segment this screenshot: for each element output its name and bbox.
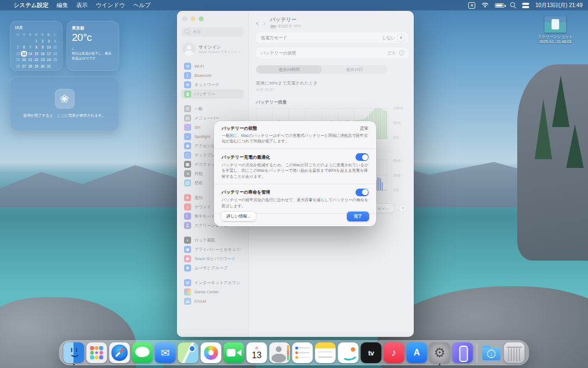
calendar-day[interactable]: 21 (27, 57, 33, 63)
dialog-footer: 詳しい情報... 完了 (214, 207, 376, 226)
control-center-icon[interactable] (522, 2, 529, 8)
desktop-screenshot-file[interactable]: スクリーンショット 2025-10...21.48.03 (530, 16, 580, 44)
calendar-day[interactable]: 3 (46, 38, 52, 45)
calendar-day[interactable]: 18 (52, 51, 58, 57)
photos-icon (201, 342, 222, 363)
calendar-day[interactable]: 24 (46, 57, 52, 63)
calendar-day[interactable]: 31 (46, 63, 52, 70)
wallpaper-pine-tree (566, 124, 584, 168)
dock-item-photos[interactable] (201, 342, 222, 363)
calendar-day[interactable]: 12 (15, 51, 21, 57)
section-description: 一般的に、Macのバッテリーはすべての充電式バッテリーと同様に消耗品で経年劣化が… (222, 133, 369, 145)
dock-item-trash[interactable] (504, 342, 525, 363)
calendar-day[interactable]: 29 (33, 63, 39, 70)
weather-temperature: 20°c (72, 32, 114, 44)
calendar-day[interactable]: 30 (40, 63, 46, 70)
finder-icon (64, 342, 84, 363)
calendar-widget[interactable]: 10月 日月火水木金土 1234567891011121314151617181… (10, 21, 63, 71)
menu-help[interactable]: ヘルプ (133, 2, 151, 9)
dock-item-settings[interactable] (430, 342, 450, 363)
dock-item-freeform[interactable] (338, 342, 359, 363)
calendar-weekday: 火 (27, 32, 33, 38)
dock-item-reminders[interactable] (292, 342, 313, 363)
more-info-button[interactable]: 詳しい情報... (221, 212, 256, 221)
dock-item-music[interactable] (384, 342, 405, 363)
calendar-weekday: 土 (52, 32, 58, 38)
menu-edit[interactable]: 編集 (57, 2, 68, 9)
battery-status-icon[interactable] (495, 3, 504, 8)
dock-item-contacts[interactable] (270, 342, 290, 363)
calendar-weekday: 月 (21, 32, 27, 38)
input-source-icon[interactable]: A (468, 2, 475, 9)
calendar-day[interactable]: 2 (40, 38, 46, 45)
dock-item-facetime[interactable] (224, 342, 244, 363)
wifi-icon[interactable] (481, 2, 489, 9)
tv-icon (361, 342, 382, 363)
calendar-day[interactable]: 1 (33, 38, 39, 45)
calendar-day[interactable]: 4 (52, 38, 58, 45)
dock-item-calendar[interactable]: 月13 (247, 342, 267, 363)
menu-app-name[interactable]: システム設定 (14, 2, 48, 9)
menubar-clock[interactable]: 10月13日(月) 21:49 (535, 2, 583, 9)
photos-widget[interactable]: ❀ 処理が完了すると、ここに写真が表示されます。 (10, 76, 119, 131)
calendar-day[interactable]: 23 (40, 57, 46, 63)
calendar-day[interactable]: 14 (27, 51, 33, 57)
dock-item-launchpad[interactable] (87, 342, 107, 363)
calendar-day[interactable]: 28 (27, 63, 33, 70)
calendar-day[interactable]: 16 (40, 51, 46, 57)
calendar-day[interactable]: 22 (33, 57, 39, 63)
appstore-icon (407, 342, 427, 363)
calendar-day[interactable]: 13 (21, 51, 27, 57)
calendar-weekday: 日 (15, 32, 21, 38)
menu-window[interactable]: ウインドウ (96, 2, 125, 9)
done-button[interactable]: 完了 (347, 212, 369, 221)
dock-item-downloads[interactable] (481, 342, 502, 363)
calendar-day[interactable]: 7 (27, 44, 33, 51)
calendar-empty-cell (21, 38, 27, 45)
calendar-empty-cell (27, 38, 33, 45)
section-title: バッテリー充電の最適化 (222, 154, 270, 160)
facetime-icon (224, 342, 244, 363)
dock-item-notes[interactable] (315, 342, 336, 363)
calendar-day[interactable]: 8 (33, 44, 39, 51)
weather-city: 東京都 (72, 26, 114, 31)
dock-item-tv[interactable] (361, 342, 382, 363)
calendar-day[interactable]: 17 (46, 51, 52, 57)
dock-item-mail[interactable] (155, 342, 176, 363)
condition-value: 正常 (360, 125, 369, 131)
calendar-day[interactable]: 20 (21, 57, 27, 63)
manage-lifespan-toggle[interactable] (356, 189, 369, 196)
notes-icon (315, 342, 336, 363)
dock-item-iphone-mirroring[interactable] (452, 342, 473, 363)
photos-flower-icon: ❀ (55, 89, 75, 108)
calendar-day[interactable]: 10 (46, 44, 52, 51)
calendar-day[interactable]: 19 (15, 57, 21, 63)
menu-bar: システム設定 編集 表示 ウインドウ ヘルプ A 10月13日(月) 21:49 (0, 0, 588, 10)
dock-item-maps[interactable] (178, 342, 199, 363)
weather-widget[interactable]: 東京都 20°c ☾ 明日は気温が低下し、最高気温は22°Cです (66, 21, 119, 71)
calendar-day[interactable]: 27 (21, 63, 27, 70)
screenshot-thumbnail (544, 16, 566, 33)
menu-view[interactable]: 表示 (76, 2, 88, 9)
calendar-day[interactable]: 9 (40, 44, 46, 51)
calendar-day[interactable]: 11 (52, 44, 58, 51)
calendar-empty-cell (52, 63, 58, 70)
calendar-day[interactable]: 6 (21, 44, 27, 51)
dock-item-finder[interactable] (64, 342, 84, 363)
music-icon (384, 342, 405, 363)
calendar-icon: 月13 (247, 342, 267, 363)
dock-item-safari[interactable] (109, 342, 130, 363)
calendar-day[interactable]: 5 (15, 44, 21, 51)
optimized-charging-toggle[interactable] (356, 153, 369, 161)
trash-icon (504, 342, 525, 363)
spotlight-search-icon[interactable] (510, 2, 516, 8)
calendar-day[interactable]: 26 (15, 63, 21, 70)
dock: 月13 (59, 340, 529, 365)
dock-item-appstore[interactable] (407, 342, 427, 363)
calendar-month-label: 10月 (15, 25, 58, 31)
calendar-day[interactable]: 15 (33, 51, 39, 57)
iphone-mirroring-icon (452, 342, 473, 363)
calendar-day[interactable]: 25 (52, 57, 58, 63)
calendar-weekday: 金 (45, 32, 51, 38)
dock-item-messages[interactable] (132, 342, 153, 363)
